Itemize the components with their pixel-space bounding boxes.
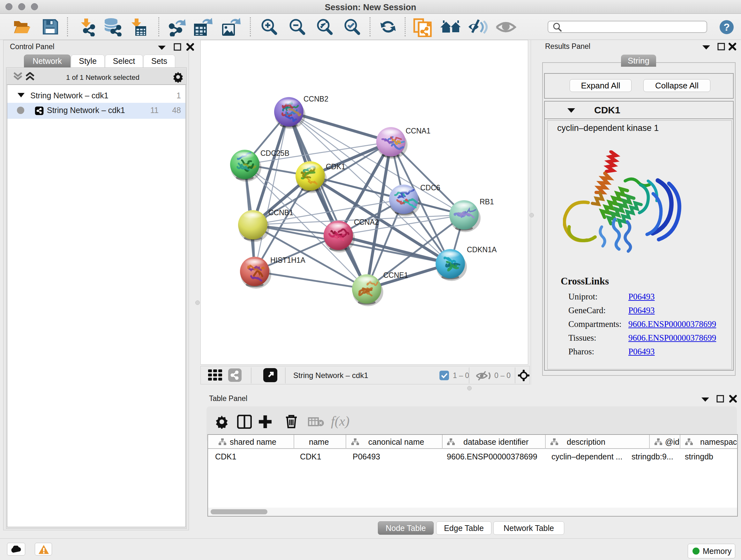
svg-text:CCNB1: CCNB1 [268, 208, 293, 217]
svg-text:CDC6: CDC6 [420, 184, 441, 192]
svg-text:CDK1: CDK1 [326, 163, 345, 171]
svg-text:CCNB2: CCNB2 [304, 95, 328, 103]
svg-text:CCNA2: CCNA2 [354, 218, 379, 226]
svg-text:CDC25B: CDC25B [260, 149, 289, 158]
svg-text:CDKN1A: CDKN1A [467, 246, 497, 254]
svg-text:CCNA1: CCNA1 [406, 127, 430, 135]
svg-text:?: ? [724, 21, 730, 33]
svg-text:CCNE1: CCNE1 [383, 271, 408, 279]
svg-text:HIST1H1A: HIST1H1A [270, 256, 306, 264]
svg-text:RB1: RB1 [480, 198, 494, 206]
